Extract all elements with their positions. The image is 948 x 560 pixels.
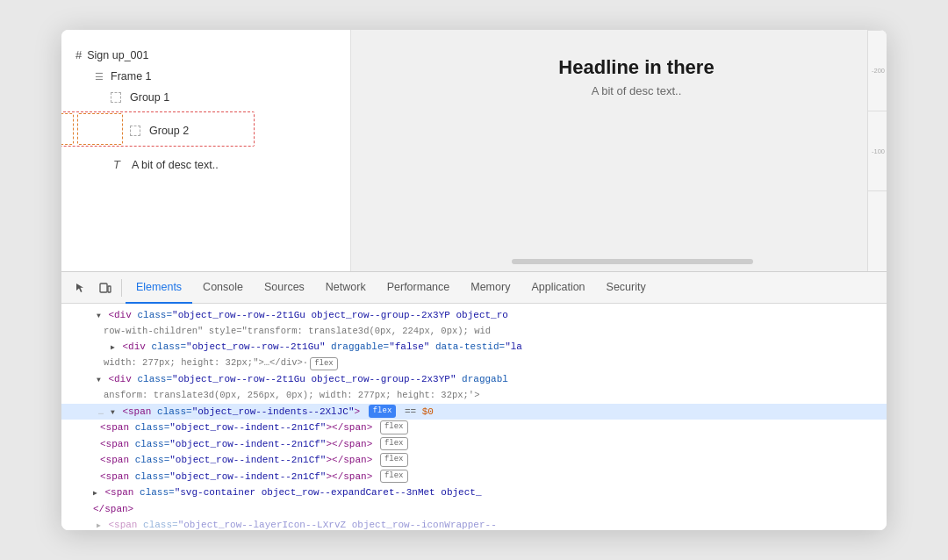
top-area: # Sign up_001 ☰ Frame 1 Group 1 — [61, 30, 887, 271]
code-line-6[interactable]: <span class="object_row--indent--2n1Cf">… — [61, 436, 887, 453]
code-line-10[interactable]: </span> — [61, 501, 887, 518]
flex-badge: flex — [369, 405, 397, 419]
code-line-3b: ansform: translate3d(0px, 256px, 0px); w… — [61, 388, 887, 404]
expand-icon-11 — [97, 518, 101, 530]
preview-panel: -200 -100 Headline in there A bit of des… — [351, 30, 887, 271]
code-line-5[interactable]: <span class="object_row--indent--2n1Cf">… — [61, 420, 887, 436]
ruler-tick-100: -100 — [868, 111, 887, 191]
code-line-9[interactable]: <span class="svg-container object_row--e… — [61, 485, 887, 501]
code-line-3[interactable]: <div class="object_row--row--2t1Gu objec… — [61, 371, 887, 388]
tab-elements[interactable]: Elements — [126, 272, 192, 304]
layer-item-group1[interactable]: Group 1 — [61, 87, 350, 108]
preview-headline: Headline in there — [558, 56, 714, 79]
layer-label-frame1: Frame 1 — [111, 70, 152, 83]
code-text-8: <span class="object_row--indent--2n1Cf">… — [100, 470, 887, 485]
layer-label-text: A bit of desc text.. — [132, 159, 219, 171]
preview-desc: A bit of desc text.. — [558, 84, 714, 97]
layers-root-item[interactable]: # Sign up_001 — [61, 44, 350, 66]
gutter-h: … — [86, 406, 111, 419]
layers-panel: # Sign up_001 ☰ Frame 1 Group 1 — [61, 30, 351, 271]
code-text-11: <span class="object_row--layerIcon--LXrv… — [97, 518, 887, 530]
code-text-5: <span class="object_row--indent--2n1Cf">… — [100, 420, 887, 435]
selection-box-orange2 — [77, 113, 123, 145]
code-line-11[interactable]: <span class="object_row--layerIcon--LXrv… — [61, 517, 887, 530]
code-line-2[interactable]: <div class="object_row--row--2t1Gu" drag… — [61, 339, 887, 355]
tab-sources[interactable]: Sources — [254, 272, 315, 304]
ruler-vertical: -200 -100 — [867, 30, 887, 271]
code-text-9: <span class="svg-container object_row--e… — [93, 485, 887, 500]
code-line-1b: row-with-children" style="transform: tra… — [61, 324, 887, 340]
devtools-toolbar: Elements Console Sources Network Perform… — [61, 272, 887, 304]
tab-network[interactable]: Network — [315, 272, 377, 304]
code-text-2: <div class="object_row--row--2t1Gu" drag… — [111, 340, 887, 355]
code-text-7: <span class="object_row--indent--2n1Cf">… — [100, 453, 887, 468]
code-line-highlighted[interactable]: … <span class="object_row--indents--2XlJ… — [61, 404, 887, 420]
layer-item-frame1[interactable]: ☰ Frame 1 — [61, 66, 350, 87]
devtools-code: <div class="object_row--row--2t1Gu objec… — [61, 304, 887, 530]
layer-item-text[interactable]: T A bit of desc text.. — [61, 154, 350, 176]
code-text-10: </span> — [93, 502, 887, 517]
code-text-highlighted: <span class="object_row--indents--2XlJC"… — [111, 405, 887, 420]
expand-icon-1 — [97, 308, 101, 323]
expand-icon-3 — [97, 372, 101, 387]
hamburger-icon: ☰ — [93, 71, 105, 83]
expand-icon-9 — [93, 485, 97, 500]
dashed-square-icon-2 — [130, 126, 140, 136]
tab-console[interactable]: Console — [192, 272, 254, 304]
dashed-square-icon — [111, 92, 121, 103]
toolbar-divider — [121, 279, 122, 297]
code-line-1[interactable]: <div class="object_row--row--2t1Gu objec… — [61, 307, 887, 324]
ruler-tick-200: -200 — [868, 30, 887, 111]
tab-memory[interactable]: Memory — [460, 272, 521, 304]
code-text-6: <span class="object_row--indent--2n1Cf">… — [100, 437, 887, 452]
ruler-tick-0 — [868, 190, 887, 271]
code-text-3: <div class="object_row--row--2t1Gu objec… — [97, 372, 887, 387]
cursor-icon — [75, 282, 87, 294]
code-line-8[interactable]: <span class="object_row--indent--2n1Cf">… — [61, 469, 887, 485]
selection-box-orange1 — [61, 113, 74, 145]
device-icon-btn[interactable] — [93, 276, 118, 300]
device-icon — [99, 282, 111, 294]
layers-title: Sign up_001 — [87, 49, 148, 61]
layer-item-group2[interactable]: Group 2 — [61, 108, 350, 154]
tab-security[interactable]: Security — [596, 272, 657, 304]
code-text-1: <div class="object_row--row--2t1Gu objec… — [97, 308, 887, 323]
browser-window: # Sign up_001 ☰ Frame 1 Group 1 — [61, 30, 887, 530]
text-icon: T — [111, 158, 123, 171]
horizontal-scrollbar[interactable] — [512, 259, 753, 264]
svg-rect-0 — [100, 284, 107, 292]
tab-performance[interactable]: Performance — [377, 272, 461, 304]
preview-content: Headline in there A bit of desc text.. — [558, 56, 714, 97]
svg-rect-1 — [108, 286, 111, 292]
group2-label-container: Group 2 — [130, 125, 189, 137]
layer-label-group1: Group 1 — [130, 91, 169, 104]
code-lines: <div class="object_row--row--2t1Gu objec… — [61, 304, 887, 530]
hash-icon: # — [75, 48, 82, 61]
code-line-2b: width: 277px; height: 32px;">…</div>· fl… — [61, 355, 887, 372]
expand-icon-h — [111, 405, 115, 420]
tab-application[interactable]: Application — [521, 272, 595, 304]
inspect-icon-btn[interactable] — [68, 276, 93, 300]
code-line-7[interactable]: <span class="object_row--indent--2n1Cf">… — [61, 452, 887, 469]
layer-label-group2: Group 2 — [149, 125, 189, 137]
devtools-panel: Elements Console Sources Network Perform… — [61, 271, 887, 530]
expand-icon-2 — [111, 340, 115, 355]
